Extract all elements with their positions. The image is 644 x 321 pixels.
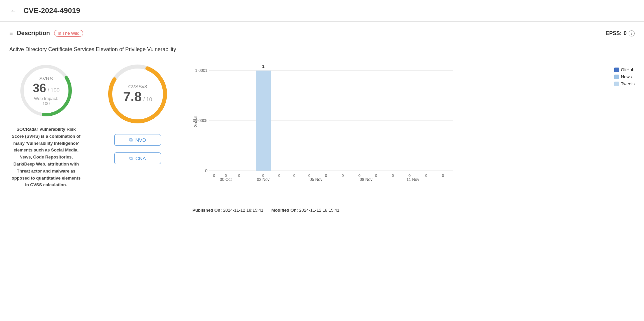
legend-tweets-label: Tweets	[621, 81, 635, 86]
section-header: ≡ Description In The Wild EPSS: 0 i	[9, 30, 635, 41]
svg-text:0: 0	[213, 174, 215, 178]
svg-text:0: 0	[325, 174, 327, 178]
svg-text:0: 0	[262, 174, 264, 178]
chart-bar-peak	[256, 71, 271, 171]
svg-text:0: 0	[293, 174, 295, 178]
back-button[interactable]: ←	[8, 5, 19, 16]
cvss-section: CVSSv3 7.8 / 10 ⧉ NVD ⧉ CNA	[91, 61, 184, 164]
chart-wrapper: 1.0001 0.50005 0 Growth 1 30 Oct 02 Nov …	[192, 61, 635, 202]
section-header-left: ≡ Description In The Wild	[9, 30, 83, 37]
cvss-gauge: CVSSv3 7.8 / 10	[104, 61, 171, 127]
svg-text:Growth: Growth	[193, 114, 198, 127]
description-icon: ≡	[9, 30, 13, 37]
content-grid: SVRS 36 / 100 Web Impact: 100 SOCRadar V…	[9, 61, 635, 213]
legend-news-dot	[614, 75, 619, 79]
svg-text:0: 0	[308, 174, 310, 178]
cvss-value: 7.8	[123, 89, 142, 104]
modified-label: Modified On:	[271, 208, 298, 213]
svg-text:08 Nov: 08 Nov	[360, 177, 372, 182]
cvss-text-center: CVSSv3 7.8 / 10	[123, 84, 152, 104]
svg-text:0: 0	[238, 174, 240, 178]
svg-text:0: 0	[358, 174, 360, 178]
svg-text:0: 0	[392, 174, 394, 178]
svrs-gauge: SVRS 36 / 100 Web Impact: 100	[16, 61, 76, 121]
svg-text:1.0001: 1.0001	[195, 68, 207, 73]
modified-on: Modified On: 2024-11-12 18:15:41	[271, 208, 339, 213]
svrs-section: SVRS 36 / 100 Web Impact: 100 SOCRadar V…	[9, 61, 83, 189]
published-row: Published On: 2024-11-12 18:15:41 Modifi…	[192, 208, 635, 213]
cna-ext-icon: ⧉	[129, 155, 133, 161]
published-value: 2024-11-12 18:15:41	[223, 208, 264, 213]
legend-news: News	[614, 74, 635, 79]
main-content: ≡ Description In The Wild EPSS: 0 i Acti…	[0, 22, 644, 221]
modified-value: 2024-11-12 18:15:41	[299, 208, 340, 213]
svg-text:30 Oct: 30 Oct	[220, 177, 232, 182]
svg-text:05 Nov: 05 Nov	[310, 177, 322, 182]
cvss-value-display: 7.8 / 10	[123, 89, 152, 104]
nvd-button[interactable]: ⧉ NVD	[114, 134, 161, 146]
legend-tweets: Tweets	[614, 81, 635, 86]
cvss-label: CVSSv3	[123, 84, 152, 89]
svg-text:0: 0	[442, 174, 444, 178]
svg-text:1: 1	[262, 64, 264, 69]
chart-area: 1.0001 0.50005 0 Growth 1 30 Oct 02 Nov …	[192, 61, 635, 213]
in-the-wild-badge: In The Wild	[54, 30, 84, 37]
svg-text:02 Nov: 02 Nov	[257, 177, 270, 182]
nvd-label: NVD	[135, 137, 146, 143]
cna-button[interactable]: ⧉ CNA	[114, 152, 161, 164]
svg-text:0: 0	[278, 174, 280, 178]
svg-text:0: 0	[425, 174, 427, 178]
svg-text:0: 0	[409, 174, 411, 178]
page-header: ← CVE-2024-49019	[0, 0, 644, 22]
legend-github-label: GitHub	[621, 67, 634, 72]
svg-text:0: 0	[205, 169, 207, 173]
published-label: Published On:	[192, 208, 222, 213]
cvss-max: 10	[146, 97, 152, 102]
svg-text:11 Nov: 11 Nov	[407, 177, 419, 182]
section-title: Description	[17, 30, 50, 37]
nvd-ext-icon: ⧉	[129, 137, 133, 143]
legend-tweets-dot	[614, 82, 619, 86]
epss-info-icon[interactable]: i	[629, 30, 635, 36]
epss-container: EPSS: 0 i	[606, 30, 635, 36]
epss-label: EPSS:	[606, 30, 622, 36]
published-on: Published On: 2024-11-12 18:15:41	[192, 208, 263, 213]
legend-github-dot	[614, 68, 619, 72]
svg-text:0: 0	[375, 174, 377, 178]
cna-label: CNA	[135, 155, 146, 161]
legend-github: GitHub	[614, 67, 635, 72]
svg-text:0: 0	[225, 174, 227, 178]
chart-legend: GitHub News Tweets	[614, 67, 635, 86]
vuln-title: Active Directory Certificate Services El…	[9, 46, 635, 52]
page-title: CVE-2024-49019	[23, 6, 80, 15]
epss-value: 0	[624, 30, 627, 36]
chart-svg: 1.0001 0.50005 0 Growth 1 30 Oct 02 Nov …	[192, 61, 480, 201]
svg-text:0: 0	[342, 174, 344, 178]
legend-news-label: News	[621, 74, 632, 79]
svrs-description: SOCRadar Vulnerability Risk Score (SVRS)…	[11, 126, 81, 189]
